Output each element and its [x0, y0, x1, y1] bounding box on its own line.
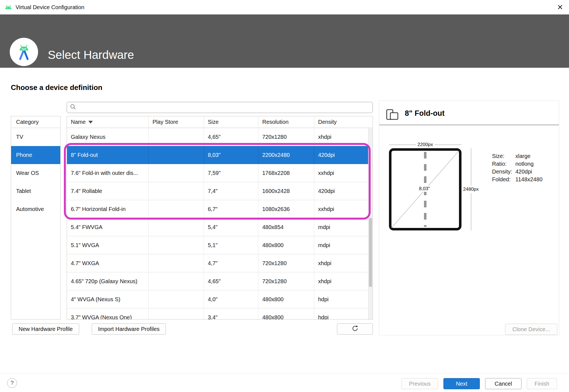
help-button[interactable]: ?	[7, 378, 17, 388]
cell-size: 7,59"	[204, 164, 258, 182]
cell-playstore	[149, 272, 204, 290]
spec-row: Folded: 1148x2480	[492, 175, 543, 183]
cell-resolution: 1768x2208	[258, 164, 314, 182]
devices-icon	[386, 109, 399, 121]
category-item-phone[interactable]: Phone	[11, 146, 60, 164]
cell-name: 4.7" WXGA	[67, 254, 149, 272]
height-label: 2480px	[463, 185, 479, 193]
cancel-button[interactable]: Cancel	[485, 378, 521, 389]
cell-playstore	[149, 128, 204, 146]
category-item-wear-os[interactable]: Wear OS	[11, 164, 60, 182]
cell-playstore	[149, 254, 204, 272]
cell-playstore	[149, 236, 204, 254]
category-item-tablet[interactable]: Tablet	[11, 182, 60, 200]
cell-size: 4,65"	[204, 128, 258, 146]
clone-device-button[interactable]: Clone Device...	[505, 324, 557, 335]
device-width-dimension: 2200px	[389, 142, 461, 147]
device-height-dimension: 2480px	[463, 148, 479, 230]
cell-name: 8" Fold-out	[67, 146, 149, 164]
cell-size: 7,4"	[204, 182, 258, 200]
cell-playstore	[149, 146, 204, 164]
search-icon	[70, 104, 76, 111]
cell-density: xhdpi	[314, 272, 364, 290]
device-row[interactable]: 5.4" FWVGA 5,4" 480x854 mdpi	[67, 218, 373, 236]
column-header-resolution[interactable]: Resolution	[258, 116, 314, 128]
column-header-size[interactable]: Size	[204, 116, 258, 128]
device-row[interactable]: 5.1" WVGA 5,1" 480x800 mdpi	[67, 236, 373, 254]
scrollbar-thumb[interactable]	[369, 218, 372, 287]
new-hardware-profile-button[interactable]: New Hardware Profile	[12, 323, 79, 335]
cell-name: 4" WVGA (Nexus S)	[67, 290, 149, 308]
device-row[interactable]: Galaxy Nexus 4,65" 720x1280 xhdpi	[67, 128, 373, 146]
spec-label: Size:	[492, 152, 515, 160]
import-hardware-profiles-button[interactable]: Import Hardware Profiles	[92, 323, 166, 335]
column-header-playstore[interactable]: Play Store	[149, 116, 204, 128]
spec-row: Density: 420dpi	[492, 168, 543, 175]
device-row[interactable]: 6.7" Horizontal Fold-in 6,7" 1080x2636 x…	[67, 200, 373, 218]
cell-name: 5.4" FWVGA	[67, 218, 149, 236]
device-row[interactable]: 7.4" Rollable 7,4" 1600x2428 420dpi	[67, 182, 373, 200]
category-panel: Category TV Phone Wear OS Tablet Automot…	[11, 116, 61, 320]
cell-resolution: 480x854	[258, 218, 314, 236]
refresh-button[interactable]	[337, 323, 373, 335]
cell-playstore	[149, 218, 204, 236]
column-label-name: Name	[71, 119, 86, 125]
cell-name: 6.7" Horizontal Fold-in	[67, 200, 149, 218]
refresh-icon	[351, 325, 359, 333]
device-detail-panel: 8" Fold-out 2200px 8,03" 2480px Size: xl…	[379, 100, 559, 335]
cell-size: 8,03"	[204, 146, 258, 164]
width-label: 2200px	[416, 142, 435, 147]
category-item-label: Automotive	[16, 206, 44, 212]
cell-size: 4,0"	[204, 290, 258, 308]
cell-name: 7.4" Rollable	[67, 182, 149, 200]
spec-value: notlong	[515, 160, 543, 168]
cell-playstore	[149, 164, 204, 182]
spec-value: 1148x2480	[515, 175, 543, 183]
column-header-name[interactable]: Name	[67, 116, 149, 128]
category-item-label: Phone	[16, 152, 32, 158]
column-header-density[interactable]: Density	[314, 116, 364, 128]
device-table: Name Play Store Size Resolution Density …	[67, 116, 373, 320]
previous-button[interactable]: Previous	[401, 378, 438, 389]
android-studio-logo	[10, 38, 38, 66]
cell-size: 3,4"	[204, 308, 258, 320]
cell-size: 5,1"	[204, 236, 258, 254]
device-row[interactable]: 7.6" Fold-in with outer dis... 7,59" 176…	[67, 164, 373, 182]
android-logo-icon	[4, 5, 12, 10]
device-row[interactable]: 3.7" WVGA (Nexus One) 3,4" 480x800 hdpi	[67, 308, 373, 320]
titlebar: Virtual Device Configuration ✕	[0, 0, 569, 14]
cell-density: hdpi	[314, 290, 364, 308]
cell-density: 420dpi	[314, 146, 364, 164]
spec-label: Density:	[492, 168, 515, 175]
virtual-device-configuration-dialog: Virtual Device Configuration ✕ Select Ha…	[0, 0, 569, 392]
device-row[interactable]: 4.65" 720p (Galaxy Nexus) 4,65" 720x1280…	[67, 272, 373, 290]
finish-button[interactable]: Finish	[527, 378, 557, 389]
device-row[interactable]: 4" WVGA (Nexus S) 4,0" 480x800 hdpi	[67, 290, 373, 308]
cell-playstore	[149, 290, 204, 308]
category-item-label: Tablet	[16, 188, 31, 194]
header-banner: Select Hardware	[0, 14, 569, 68]
cell-density: xhdpi	[314, 128, 364, 146]
spec-value: 420dpi	[515, 168, 543, 175]
search-input[interactable]	[79, 102, 370, 113]
cell-resolution: 480x800	[258, 308, 314, 320]
cell-playstore	[149, 200, 204, 218]
category-item-automotive[interactable]: Automotive	[11, 200, 60, 218]
cell-resolution: 720x1280	[258, 128, 314, 146]
category-item-label: TV	[16, 134, 23, 140]
cell-playstore	[149, 182, 204, 200]
device-row[interactable]: 4.7" WXGA 4,7" 720x1280 xhdpi	[67, 254, 373, 272]
detail-divider	[379, 125, 559, 125]
category-item-tv[interactable]: TV	[11, 128, 60, 146]
table-scrollbar[interactable]	[368, 128, 373, 319]
close-icon: ✕	[557, 3, 563, 12]
cell-playstore	[149, 308, 204, 320]
help-icon: ?	[11, 380, 14, 386]
device-row[interactable]: 8" Fold-out 8,03" 2200x2480 420dpi	[67, 146, 373, 164]
cell-name: 7.6" Fold-in with outer dis...	[67, 164, 149, 182]
device-table-body: Galaxy Nexus 4,65" 720x1280 xhdpi 8" Fol…	[67, 128, 373, 320]
close-button[interactable]: ✕	[551, 0, 569, 14]
window-title: Virtual Device Configuration	[16, 4, 84, 11]
spec-label: Folded:	[492, 175, 515, 183]
next-button[interactable]: Next	[443, 378, 480, 389]
